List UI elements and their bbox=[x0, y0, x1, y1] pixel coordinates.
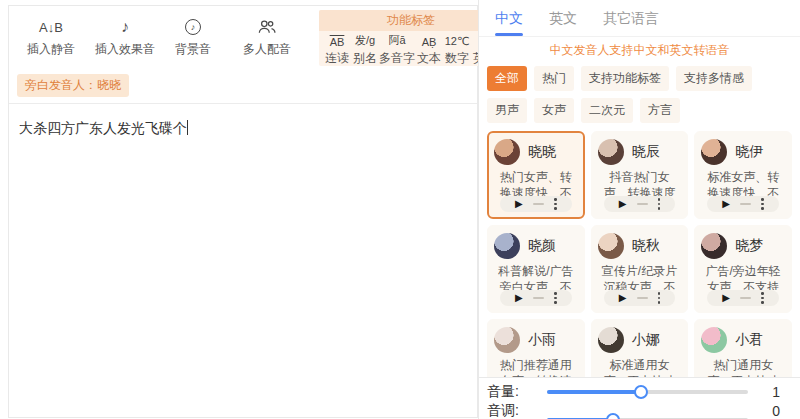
voice-name: 小雨 bbox=[528, 331, 556, 349]
voice-avatar bbox=[701, 327, 727, 353]
tag-polyphone-button[interactable]: 阿ā 多音字 bbox=[379, 33, 415, 67]
voice-description: 抖音热门女声、转换速度快、不支持功能标签 bbox=[598, 169, 682, 196]
silence-icon: A↓B bbox=[39, 16, 63, 38]
number-icon: 12℃ bbox=[445, 33, 470, 48]
pitch-slider-handle[interactable] bbox=[606, 413, 620, 419]
voice-card[interactable]: 晓辰 抖音热门女声、转换速度快、不支持功能标签 ▶ bbox=[591, 131, 689, 219]
background-music-label: 背景音 bbox=[175, 41, 211, 58]
voice-card[interactable]: 晓伊 标准女声、转换速度快、不支持功能标签 ▶ bbox=[694, 131, 792, 219]
voice-description: 热门女声、转换速度快、不支持功能标签 bbox=[494, 169, 578, 196]
voice-avatar bbox=[494, 327, 520, 353]
voice-name: 晓秋 bbox=[632, 237, 660, 255]
voice-avatar bbox=[494, 139, 520, 165]
tag-liandu-button[interactable]: AB 连读 bbox=[323, 33, 351, 67]
tab-english[interactable]: 英文 bbox=[549, 8, 577, 36]
progress-dash bbox=[637, 203, 648, 205]
function-tags-title: 功能标签 bbox=[319, 10, 503, 31]
alias-icon: 发/g bbox=[355, 33, 375, 48]
editor-text: 大杀四方广东人发光飞碟个 bbox=[19, 120, 187, 136]
narrator-voice-badge[interactable]: 旁白发音人：晓晓 bbox=[17, 74, 129, 97]
editor-toolbar: A↓B 插入静音 ♪ 插入效果音 ♪ 背景音 bbox=[9, 6, 477, 66]
sound-effect-icon: ♪ bbox=[121, 16, 129, 38]
voice-card[interactable]: 晓梦 广告/旁边年轻女声、不支持功能标签 ▶ bbox=[694, 225, 792, 313]
voice-name: 晓晓 bbox=[528, 143, 556, 161]
voice-avatar bbox=[598, 233, 624, 259]
multi-voice-button[interactable]: 多人配音 bbox=[233, 8, 301, 66]
play-icon[interactable]: ▶ bbox=[722, 293, 730, 303]
insert-silence-label: 插入静音 bbox=[27, 41, 75, 58]
voice-description: 宣传片/纪录片沉稳女声、不支持功能标签 bbox=[598, 263, 682, 290]
tab-other-languages[interactable]: 其它语言 bbox=[603, 8, 659, 36]
tts-editor-app: A↓B 插入静音 ♪ 插入效果音 ♪ 背景音 bbox=[0, 0, 800, 419]
filter-supports-tags[interactable]: 支持功能标签 bbox=[581, 66, 669, 91]
more-options-icon[interactable] bbox=[658, 198, 661, 210]
filter-hot[interactable]: 热门 bbox=[534, 66, 574, 91]
voice-controls: ▶ bbox=[707, 290, 779, 306]
more-options-icon[interactable] bbox=[554, 198, 557, 210]
tag-alias-label: 别名 bbox=[353, 50, 377, 67]
tab-chinese[interactable]: 中文 bbox=[495, 8, 523, 36]
text-editor[interactable]: 大杀四方广东人发光飞碟个 bbox=[9, 104, 477, 404]
filter-male[interactable]: 男声 bbox=[487, 98, 527, 123]
liandu-icon: AB bbox=[330, 33, 345, 48]
function-tags-items: AB 连读 发/g 别名 阿ā 多音字 AḄ 文本 bbox=[319, 31, 503, 69]
pitch-value: 0 bbox=[762, 403, 780, 419]
play-icon[interactable]: ▶ bbox=[722, 199, 730, 209]
voice-card[interactable]: 晓秋 宣传片/纪录片沉稳女声、不支持功能标签 ▶ bbox=[591, 225, 689, 313]
voice-name: 晓伊 bbox=[735, 143, 763, 161]
volume-slider[interactable] bbox=[547, 385, 748, 399]
tag-number-button[interactable]: 12℃ 数字 bbox=[443, 33, 471, 67]
filter-anime[interactable]: 二次元 bbox=[581, 98, 633, 123]
voice-filters: 全部 热门 支持功能标签 支持多情感 男声 女声 二次元 方言 bbox=[479, 63, 800, 129]
tag-text-label: 文本 bbox=[417, 50, 441, 67]
pitch-label: 音调: bbox=[487, 402, 531, 419]
insert-silence-button[interactable]: A↓B 插入静音 bbox=[17, 8, 85, 66]
voice-description: 广告/旁边年轻女声、不支持功能标签 bbox=[701, 263, 785, 290]
voice-controls: ▶ bbox=[707, 196, 779, 212]
pitch-slider[interactable] bbox=[547, 413, 748, 419]
volume-slider-handle[interactable] bbox=[634, 385, 648, 399]
tag-number-label: 数字 bbox=[445, 50, 469, 67]
filter-female[interactable]: 女声 bbox=[534, 98, 574, 123]
voice-controls: ▶ bbox=[500, 290, 572, 306]
voice-support-note: 中文发音人支持中文和英文转语音 bbox=[479, 37, 800, 63]
voice-controls: ▶ bbox=[604, 196, 676, 212]
tag-polyphone-label: 多音字 bbox=[379, 50, 415, 67]
insert-sound-effect-button[interactable]: ♪ 插入效果音 bbox=[85, 8, 165, 66]
audio-settings: 音量: 1 音调: 0 bbox=[479, 377, 800, 419]
voice-avatar bbox=[494, 233, 520, 259]
more-options-icon[interactable] bbox=[761, 292, 764, 304]
voice-avatar bbox=[701, 233, 727, 259]
filter-dialect[interactable]: 方言 bbox=[640, 98, 680, 123]
people-icon bbox=[258, 16, 276, 38]
voice-name: 小娜 bbox=[632, 331, 660, 349]
volume-label: 音量: bbox=[487, 383, 531, 401]
progress-dash bbox=[533, 203, 544, 205]
background-music-icon: ♪ bbox=[185, 16, 201, 38]
progress-dash bbox=[637, 297, 648, 299]
voice-card[interactable]: 晓晓 热门女声、转换速度快、不支持功能标签 ▶ bbox=[487, 131, 585, 219]
play-icon[interactable]: ▶ bbox=[619, 199, 627, 209]
more-options-icon[interactable] bbox=[761, 198, 764, 210]
editor-panel: A↓B 插入静音 ♪ 插入效果音 ♪ 背景音 bbox=[8, 5, 478, 418]
play-icon[interactable]: ▶ bbox=[515, 293, 523, 303]
voice-card[interactable]: 晓颜 科普解说/广告旁白女声、不支持功能标签 ▶ bbox=[487, 225, 585, 313]
narrator-row: 旁白发音人：晓晓 bbox=[9, 66, 477, 103]
volume-row: 音量: 1 bbox=[487, 382, 780, 401]
filter-multi-emotion[interactable]: 支持多情感 bbox=[676, 66, 752, 91]
polyphone-icon: 阿ā bbox=[388, 33, 405, 48]
insert-sound-effect-label: 插入效果音 bbox=[95, 41, 155, 58]
background-music-button[interactable]: ♪ 背景音 bbox=[165, 8, 221, 66]
more-options-icon[interactable] bbox=[554, 292, 557, 304]
tag-alias-button[interactable]: 发/g 别名 bbox=[351, 33, 379, 67]
progress-dash bbox=[533, 297, 544, 299]
play-icon[interactable]: ▶ bbox=[619, 293, 627, 303]
play-icon[interactable]: ▶ bbox=[515, 199, 523, 209]
multi-voice-label: 多人配音 bbox=[243, 41, 291, 58]
language-tabs: 中文 英文 其它语言 bbox=[479, 0, 800, 37]
text-cursor bbox=[187, 120, 188, 135]
tag-text-button[interactable]: AḄ 文本 bbox=[415, 33, 443, 67]
filter-all[interactable]: 全部 bbox=[487, 66, 527, 91]
more-options-icon[interactable] bbox=[658, 292, 661, 304]
voice-name: 小君 bbox=[735, 331, 763, 349]
